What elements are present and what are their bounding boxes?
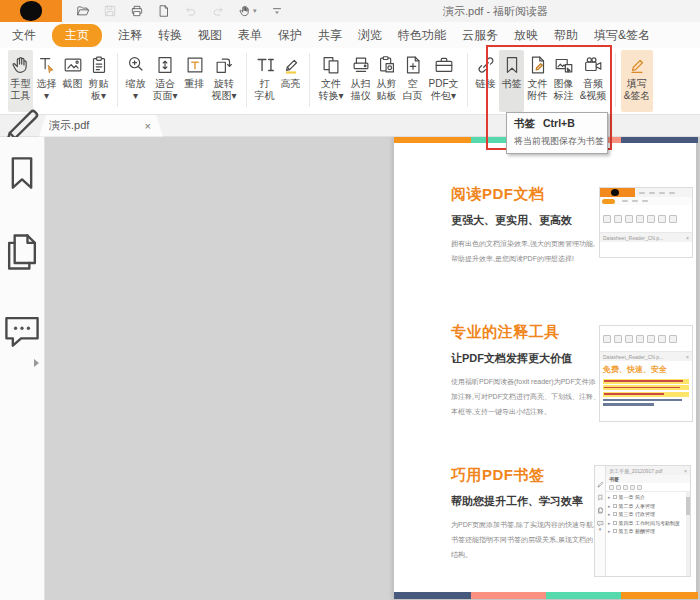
mini-bookmark-item: ▸第五章 薪酬管理 — [606, 527, 690, 536]
mini-bookmark-item: ▸第一章 简介 — [606, 493, 690, 502]
ribbon-button-label: 缩放▾ — [126, 78, 146, 101]
ribbon-from-scanner-button[interactable]: 从扫描仪 — [348, 50, 373, 112]
ribbon-typewriter-button[interactable]: 打字机 — [252, 50, 277, 112]
ribbon-highlight-button[interactable]: 高亮 — [278, 50, 303, 112]
ribbon-file-attachment-button[interactable]: 文件附件 — [525, 50, 550, 112]
ribbon-zoom-button[interactable]: 缩放▾ — [123, 50, 148, 112]
ribbon-separator — [246, 53, 247, 107]
tooltip-shortcut: Ctrl+B — [543, 117, 575, 129]
mini-icon — [647, 215, 655, 223]
ribbon-rotate-view-button[interactable]: 旋转视图▾ — [208, 50, 240, 112]
title-bar: ▾ 演示.pdf - 福昕阅读器 — [0, 0, 700, 22]
ribbon-from-clipboard-button[interactable]: 从剪贴板 — [374, 50, 399, 112]
sidebar-bookmarks-button[interactable] — [0, 149, 44, 197]
ribbon-clipboard-button[interactable]: 剪贴板▾ — [86, 50, 111, 112]
ribbon-button-label: 从剪贴板 — [377, 78, 397, 101]
menu-tab-browse[interactable]: 浏览 — [358, 24, 382, 47]
menu-tab-protect[interactable]: 保护 — [278, 24, 302, 47]
menu-tab-share[interactable]: 共享 — [318, 24, 342, 47]
ribbon-reflow-button[interactable]: 重排 — [182, 50, 207, 112]
menu-tab-file[interactable]: 文件 — [12, 24, 36, 47]
qat-redo-button[interactable] — [211, 3, 225, 19]
mini-bookmark-panel: 员工手册_20120917.pdf × 书签 ▸第一章 简介▸第二章 人事管理▸… — [606, 466, 690, 576]
scanner-icon — [350, 54, 372, 76]
print-icon — [130, 4, 144, 18]
menu-tab-features[interactable]: 特色功能 — [398, 24, 446, 47]
snapshot-icon — [62, 54, 84, 76]
av-icon — [582, 54, 604, 76]
panel-expander-icon[interactable] — [34, 359, 39, 367]
tab-close-icon[interactable]: × — [145, 120, 151, 132]
pages-icon — [597, 500, 604, 507]
qat-print-button[interactable] — [130, 3, 144, 19]
qat-save-button[interactable] — [103, 3, 117, 19]
mini-ribbon — [600, 326, 692, 352]
ribbon-fit-page-button[interactable]: 适合页面▾ — [149, 50, 181, 112]
mini-icon — [625, 215, 633, 223]
ribbon-bookmark-button[interactable]: 书签 — [499, 50, 524, 112]
ribbon-fill-sign-button[interactable]: 填写&签名 — [621, 50, 653, 112]
navigation-sidebar — [0, 137, 45, 600]
menu-tab-convert[interactable]: 转换 — [158, 24, 182, 47]
mini-doc-tab: 员工手册_20120917.pdf × — [606, 466, 690, 475]
mini-panel-toolbar — [606, 483, 690, 492]
menu-caret-icon — [270, 4, 284, 18]
bookmark-icon — [597, 487, 604, 494]
sidebar-pages-button[interactable] — [0, 228, 44, 276]
mini-bookmark-list: ▸第一章 简介▸第二章 人事管理▸第三章 行政管理▸第四章 工作时间与考勤制度▸… — [606, 492, 690, 576]
tooltip-description: 将当前视图保存为书签 — [514, 135, 600, 148]
menu-tab-help[interactable]: 帮助 — [554, 24, 578, 47]
mini-close-icon: × — [686, 235, 689, 241]
menu-tab-view[interactable]: 视图 — [198, 24, 222, 47]
menu-tab-form[interactable]: 表单 — [238, 24, 262, 47]
menu-tab-slideshow[interactable]: 放映 — [514, 24, 538, 47]
quick-access-toolbar: ▾ — [76, 3, 284, 19]
menu-tab-cloud[interactable]: 云服务 — [462, 24, 498, 47]
ribbon-button-label: 图像标注 — [554, 78, 574, 101]
qat-customize-button[interactable] — [270, 3, 284, 19]
ribbon-blank-page-button[interactable]: 空白页 — [400, 50, 425, 112]
menu-tab-comment[interactable]: 注释 — [118, 24, 142, 47]
qat-new-page-button[interactable] — [157, 3, 171, 19]
mini-panel-title: 书签 — [606, 475, 690, 483]
section-title: 阅读PDF文档 — [451, 185, 599, 204]
ribbon-button-label: 书签 — [502, 78, 522, 90]
ribbon-button-label: 空白页 — [403, 78, 423, 101]
mini-bookmark-item: ▸第三章 行政管理 — [606, 510, 690, 519]
ribbon-snapshot-button[interactable]: 截图 — [60, 50, 85, 112]
window-title: 演示.pdf - 福昕阅读器 — [443, 4, 548, 19]
ribbon-image-annotation-button[interactable]: 图像标注 — [551, 50, 576, 112]
pencil-icon — [597, 474, 604, 481]
doc-section-read: 阅读PDF文档 更强大、更实用、更高效 拥有出色的文档渲染效果,强大的页面管理功… — [451, 185, 599, 266]
section-subtitle: 让PDF文档发挥更大价值 — [451, 351, 599, 366]
mini-icon — [658, 215, 666, 223]
mini-logo — [600, 188, 635, 197]
menu-tab-fill-sign-tab[interactable]: 填写&签名 — [594, 24, 650, 47]
doc-section-annotate: 专业的注释工具 让PDF文档发挥更大价值 使用福昕PDF阅读器(foxit re… — [451, 323, 599, 419]
screenshot-thumbnail-reader: Datasheet_Reader_CN.p... × — [599, 187, 693, 258]
mini-bookmark-item: ▸第二章 人事管理 — [606, 502, 690, 511]
section-subtitle: 更强大、更实用、更高效 — [451, 213, 599, 228]
mini-doc-tab: Datasheet_Reader_CN.p... × — [600, 352, 692, 361]
qat-hand-mode-button[interactable]: ▾ — [238, 3, 257, 19]
ribbon-separator — [615, 53, 616, 107]
ribbon-button-label: 打字机 — [255, 78, 275, 101]
logo-redaction — [20, 1, 42, 21]
qat-open-button[interactable] — [76, 3, 90, 19]
document-tab[interactable]: 演示.pdf × — [39, 115, 163, 137]
qat-undo-button[interactable] — [184, 3, 198, 19]
ribbon-pdf-package-button[interactable]: PDF文件包▾ — [426, 50, 461, 112]
ribbon-button-label: PDF文件包▾ — [429, 78, 459, 101]
menu-tab-home[interactable]: 主页 — [52, 24, 102, 47]
ribbon-file-convert-button[interactable]: 文件转换▾ — [315, 50, 347, 112]
highlight-icon — [280, 54, 302, 76]
sidebar-comments-button[interactable] — [0, 307, 44, 355]
ribbon-separator — [309, 53, 310, 107]
convert-icon — [320, 54, 342, 76]
ribbon-audio-video-button[interactable]: 音频&视频 — [577, 50, 609, 112]
ribbon-link-button[interactable]: 链接 — [473, 50, 498, 112]
ribbon-button-label: 链接 — [476, 78, 496, 90]
highlighted-text-line — [603, 385, 689, 390]
stripe-segment — [394, 137, 471, 143]
ribbon-button-label: 文件附件 — [528, 78, 548, 101]
